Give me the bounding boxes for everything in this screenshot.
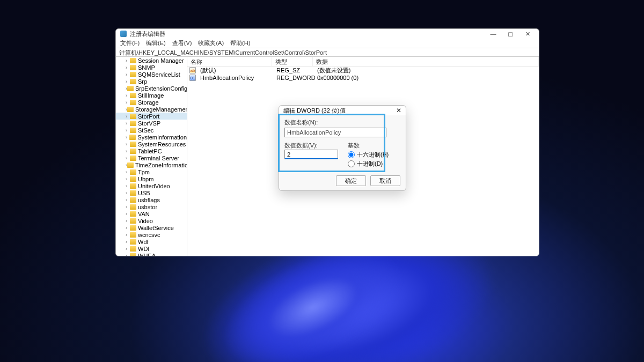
tree-item[interactable]: ›UnitedVideo <box>116 182 187 189</box>
titlebar[interactable]: 注册表编辑器 — ▢ ✕ <box>116 29 539 39</box>
expand-icon[interactable]: › <box>126 183 130 189</box>
folder-icon <box>130 204 136 210</box>
folder-icon <box>130 121 136 126</box>
expand-icon[interactable]: › <box>126 218 130 224</box>
expand-icon[interactable]: › <box>126 121 130 126</box>
expand-icon[interactable]: › <box>126 135 129 140</box>
tree-item-label: VAN <box>138 211 150 217</box>
col-type[interactable]: 类型 <box>272 57 313 66</box>
ok-button[interactable]: 确定 <box>336 175 366 186</box>
list-item[interactable]: ab(默认)REG_SZ(数值未设置) <box>187 67 539 74</box>
tree-item[interactable]: ›Storage <box>116 99 187 106</box>
tree-item[interactable]: ›usbflags <box>116 196 187 203</box>
expand-icon[interactable]: › <box>126 176 130 182</box>
tree-item[interactable]: ›WDI <box>116 245 187 252</box>
value-name-field[interactable] <box>284 128 386 137</box>
menu-view[interactable]: 查看(V) <box>172 39 192 47</box>
tree-item[interactable]: ›SrpExtensionConfig <box>116 85 187 92</box>
menu-help[interactable]: 帮助(H) <box>230 39 250 47</box>
expand-icon[interactable]: › <box>126 204 130 210</box>
expand-icon[interactable]: › <box>126 156 130 161</box>
dialog-titlebar[interactable]: 编辑 DWORD (32 位)值 ✕ <box>279 106 406 115</box>
expand-icon[interactable]: › <box>126 246 130 252</box>
tree-item-label: SQMServiceList <box>138 71 180 78</box>
tree-item[interactable]: ›StorPort <box>116 113 187 120</box>
tree-item[interactable]: ›USB <box>116 189 187 196</box>
tree-item[interactable]: ›Terminal Server <box>116 154 187 161</box>
expand-icon[interactable]: › <box>126 190 130 196</box>
tree-item-label: SystemResources <box>138 141 186 147</box>
tree-item-label: SystemInformation <box>137 134 187 141</box>
menu-file[interactable]: 文件(F) <box>120 39 140 47</box>
tree-item[interactable]: ›StSec <box>116 127 187 134</box>
tree-item[interactable]: ›WalletService <box>116 224 187 231</box>
expand-icon[interactable]: › <box>126 58 130 63</box>
tree-item[interactable]: ›Ubpm <box>116 175 187 182</box>
expand-icon[interactable]: › <box>126 79 130 84</box>
folder-icon <box>130 211 136 217</box>
list-header: 名称 类型 数据 <box>187 57 539 67</box>
folder-icon <box>130 197 136 203</box>
folder-icon <box>130 79 136 84</box>
expand-icon[interactable]: › <box>126 100 130 105</box>
address-bar[interactable]: 计算机\HKEY_LOCAL_MACHINE\SYSTEM\CurrentCon… <box>116 48 539 57</box>
menu-edit[interactable]: 编辑(E) <box>146 39 166 47</box>
expand-icon[interactable]: › <box>126 232 130 238</box>
cancel-button[interactable]: 取消 <box>370 175 400 186</box>
radio-hex[interactable] <box>348 151 355 158</box>
tree-item[interactable]: ›StorageManagement <box>116 106 187 113</box>
tree-item-label: Ubpm <box>138 176 153 182</box>
menu-favorites[interactable]: 收藏夹(A) <box>198 39 224 47</box>
tree-item-label: StSec <box>138 127 153 134</box>
string-value-icon: ab <box>189 67 196 73</box>
minimize-button[interactable]: — <box>489 31 497 38</box>
tree-item[interactable]: ›wcncsvc <box>116 231 187 238</box>
tree-item[interactable]: ›SystemInformation <box>116 134 187 141</box>
tree-item[interactable]: ›SystemResources <box>116 141 187 147</box>
expand-icon[interactable]: › <box>126 128 130 133</box>
tree-item[interactable]: ›WHEA <box>116 252 187 256</box>
radio-dec[interactable] <box>348 160 355 167</box>
window-title: 注册表编辑器 <box>130 30 165 38</box>
regedit-icon <box>120 31 127 37</box>
tree-item[interactable]: ›Tpm <box>116 168 187 175</box>
tree-item[interactable]: ›StillImage <box>116 92 187 99</box>
tree-item[interactable]: ›usbstor <box>116 203 187 210</box>
tree-item-label: WalletService <box>138 225 174 231</box>
tree-item[interactable]: ›Wdf <box>116 238 187 245</box>
dialog-close-icon[interactable]: ✕ <box>396 107 401 114</box>
tree-item[interactable]: ›TabletPC <box>116 147 187 154</box>
tree-item[interactable]: ›Srp <box>116 78 187 85</box>
expand-icon[interactable]: › <box>126 114 130 119</box>
tree-item[interactable]: ›SQMServiceList <box>116 71 187 78</box>
expand-icon[interactable]: › <box>126 65 130 70</box>
tree-item[interactable]: ›SNMP <box>116 64 187 71</box>
tree-item[interactable]: ›VAN <box>116 210 187 217</box>
col-name[interactable]: 名称 <box>187 57 272 66</box>
value-data-field[interactable] <box>284 150 338 159</box>
expand-icon[interactable]: › <box>126 239 130 245</box>
expand-icon[interactable]: › <box>126 225 130 231</box>
expand-icon[interactable]: › <box>126 253 130 256</box>
tree-item[interactable]: ›TimeZoneInformation <box>116 161 187 168</box>
tree-item-label: SNMP <box>138 64 155 71</box>
expand-icon[interactable]: › <box>126 149 130 154</box>
maximize-button[interactable]: ▢ <box>507 31 514 38</box>
tree-item-label: WHEA <box>138 253 156 256</box>
close-button[interactable]: ✕ <box>524 31 531 38</box>
tree-item[interactable]: ›Session Manager <box>116 57 187 64</box>
expand-icon[interactable]: › <box>126 72 130 77</box>
key-tree[interactable]: ›Session Manager›SNMP›SQMServiceList›Srp… <box>116 57 187 256</box>
expand-icon[interactable]: › <box>126 142 130 147</box>
dword-value-icon: 01 <box>189 75 196 81</box>
col-data[interactable]: 数据 <box>313 57 539 66</box>
tree-item-label: Session Manager <box>138 57 184 64</box>
tree-item[interactable]: ›Video <box>116 217 187 224</box>
list-item[interactable]: 01HmbAllocationPolicyREG_DWORD0x00000000… <box>187 74 539 82</box>
expand-icon[interactable]: › <box>126 211 130 217</box>
expand-icon[interactable]: › <box>126 169 130 175</box>
tree-item-label: Srp <box>138 78 147 85</box>
tree-item[interactable]: ›StorVSP <box>116 120 187 127</box>
expand-icon[interactable]: › <box>126 93 130 98</box>
expand-icon[interactable]: › <box>126 197 130 203</box>
